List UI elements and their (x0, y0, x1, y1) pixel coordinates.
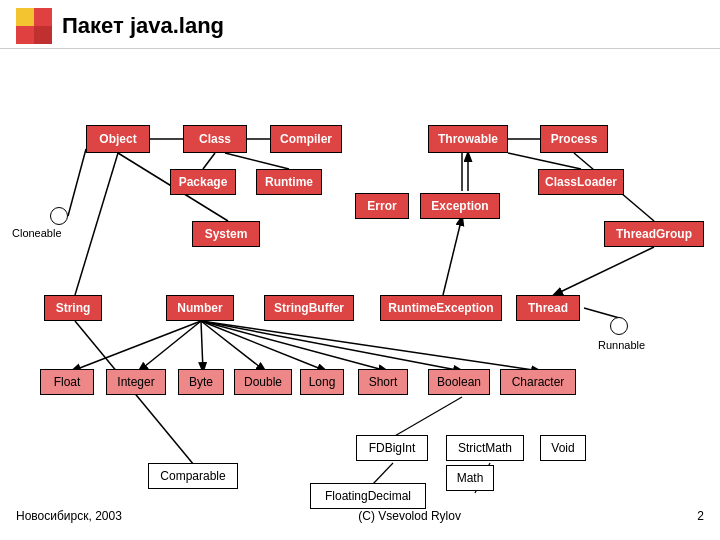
box-FloatingDecimal: FloatingDecimal (310, 483, 426, 509)
box-Long: Long (300, 369, 344, 395)
svg-rect-0 (16, 8, 34, 26)
label-Runnable: Runnable (598, 339, 645, 351)
footer-center: (C) Vsevolod Rylov (358, 509, 461, 523)
svg-line-12 (508, 153, 581, 169)
svg-line-6 (68, 149, 86, 216)
svg-rect-1 (34, 8, 52, 26)
svg-line-15 (75, 153, 118, 295)
svg-rect-3 (34, 26, 52, 44)
box-StringBuffer: StringBuffer (264, 295, 354, 321)
box-Integer: Integer (106, 369, 166, 395)
box-Comparable: Comparable (148, 463, 238, 489)
box-Character: Character (500, 369, 576, 395)
header: Пакет java.lang (0, 0, 720, 49)
svg-line-28 (372, 463, 393, 485)
box-Exception: Exception (420, 193, 500, 219)
box-Number: Number (166, 295, 234, 321)
box-Byte: Byte (178, 369, 224, 395)
box-System: System (192, 221, 260, 247)
box-ClassLoader: ClassLoader (538, 169, 624, 195)
box-Short: Short (358, 369, 408, 395)
box-Runtime: Runtime (256, 169, 322, 195)
box-Compiler: Compiler (270, 125, 342, 153)
box-Void: Void (540, 435, 586, 461)
logo-icon (16, 8, 52, 44)
footer: Новосибирск, 2003 (C) Vsevolod Rylov 2 (0, 509, 720, 523)
svg-line-9 (203, 153, 215, 169)
box-Package: Package (170, 169, 236, 195)
box-Class: Class (183, 125, 247, 153)
svg-line-26 (393, 397, 462, 437)
svg-line-10 (225, 153, 289, 169)
box-Double: Double (234, 369, 292, 395)
box-Math: Math (446, 465, 494, 491)
footer-left: Новосибирск, 2003 (16, 509, 122, 523)
svg-line-19 (201, 321, 265, 371)
svg-line-22 (443, 217, 462, 295)
box-Object: Object (86, 125, 150, 153)
box-StrictMath: StrictMath (446, 435, 524, 461)
svg-line-30 (201, 321, 540, 371)
page-title: Пакет java.lang (62, 13, 224, 39)
svg-line-20 (201, 321, 326, 371)
box-Process: Process (540, 125, 608, 153)
box-Thread: Thread (516, 295, 580, 321)
box-ThreadGroup: ThreadGroup (604, 221, 704, 247)
box-String: String (44, 295, 102, 321)
box-Throwable: Throwable (428, 125, 508, 153)
box-Float: Float (40, 369, 94, 395)
circle-Cloneable (50, 207, 68, 225)
box-Boolean: Boolean (428, 369, 490, 395)
svg-line-16 (72, 321, 201, 371)
box-Error: Error (355, 193, 409, 219)
svg-line-18 (201, 321, 203, 371)
svg-line-21 (201, 321, 387, 371)
footer-right: 2 (697, 509, 704, 523)
circle-Runnable (610, 317, 628, 335)
svg-rect-2 (16, 26, 34, 44)
svg-line-29 (201, 321, 462, 371)
svg-line-23 (554, 247, 654, 295)
box-RuntimeException: RuntimeException (380, 295, 502, 321)
box-FDBigInt: FDBigInt (356, 435, 428, 461)
label-Cloneable: Cloneable (12, 227, 62, 239)
svg-line-17 (139, 321, 201, 371)
diagram: Object Class Compiler Throwable Process … (0, 49, 720, 529)
